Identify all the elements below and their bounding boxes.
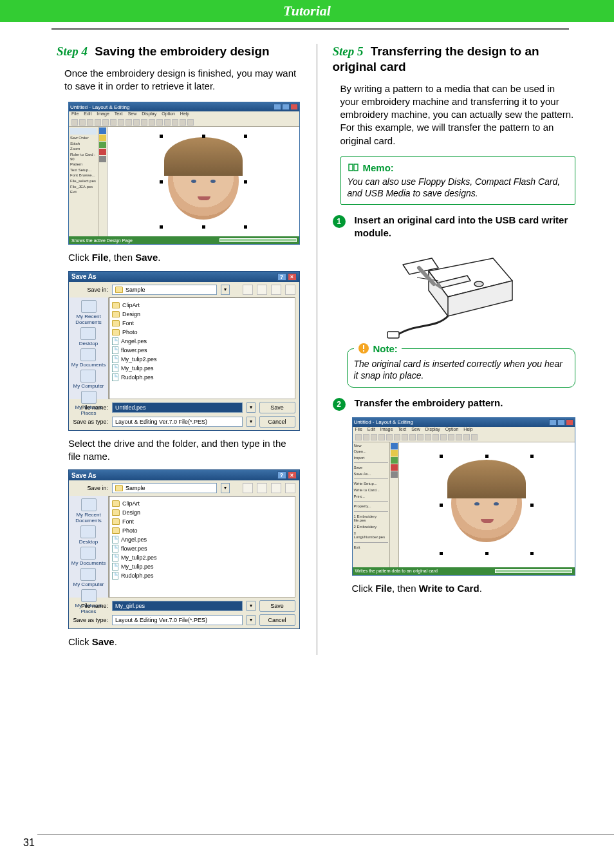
menu-item[interactable]: Option [162,111,175,118]
list-item[interactable]: flower.pes [112,346,292,355]
list-item[interactable]: ClipArt [112,301,292,310]
menu-open-item[interactable]: Import [354,456,388,460]
toolbar-icon[interactable] [417,434,423,440]
filename-input[interactable]: Untitled.pes [112,402,243,413]
close-icon[interactable]: × [288,273,297,281]
side-item[interactable]: Text Setup... [70,168,97,173]
back-icon[interactable] [243,285,253,295]
file-list[interactable]: ClipArt Design Font Photo Angel.pes flow… [109,297,295,399]
toolbar-icon[interactable] [133,119,140,126]
palette-swatch[interactable] [99,142,106,148]
toolbar-icon[interactable] [118,119,124,126]
menu-open-item[interactable]: 3 Lungi/Number.pes [354,531,388,540]
place-network[interactable]: My Network Places [69,391,108,416]
up-icon[interactable] [257,285,267,295]
toolbar-icon[interactable] [110,119,116,126]
file-list[interactable]: ClipArt Design Font Photo Angel.pes flow… [109,496,295,598]
menu-item[interactable]: Display [142,111,156,118]
menu-item[interactable]: Help [180,111,189,118]
list-item[interactable]: Font [112,319,292,328]
selection-handle[interactable] [244,225,247,229]
chevron-down-icon[interactable]: ▾ [247,601,256,611]
palette-swatch[interactable] [99,135,106,141]
toolbar-icon[interactable] [386,434,393,440]
selection-handle[interactable] [244,180,247,184]
selection-handle[interactable] [160,225,163,229]
new-folder-icon[interactable] [271,285,281,295]
palette-swatch[interactable] [99,156,106,162]
toolbar-icon[interactable] [79,119,86,126]
menu-item[interactable]: Sew [128,111,137,118]
side-item[interactable]: File_select.pes [70,179,97,184]
toolbar-icon[interactable] [95,119,101,126]
list-item[interactable]: Angel.pes [112,337,292,346]
minimize-icon[interactable] [549,419,557,426]
chevron-down-icon[interactable]: ▾ [247,615,256,625]
menu-open-item[interactable]: Save As... [354,472,388,476]
menu-open-item[interactable]: Exit [354,545,388,550]
menu-item[interactable]: Image [380,427,393,433]
list-item[interactable]: My_tulip.pes [112,364,292,373]
place-mydocs[interactable]: My Documents [71,547,106,566]
toolbar-icon[interactable] [463,434,470,440]
side-item[interactable]: Sew Order [70,136,97,140]
side-item[interactable]: Stitch [70,142,97,146]
toolbar-icon[interactable] [71,119,78,126]
list-item[interactable]: My_tulip2.pes [112,553,292,562]
toolbar-icon[interactable] [409,434,416,440]
toolbar-icon[interactable] [187,119,194,126]
up-icon[interactable] [257,483,267,493]
palette-swatch[interactable] [391,457,398,464]
selection-handle[interactable] [530,504,534,507]
toolbar-icon[interactable] [141,119,147,126]
cancel-button[interactable]: Cancel [259,416,295,428]
list-item[interactable]: Photo [112,328,292,337]
toolbar-icon[interactable] [126,119,132,126]
menu-item[interactable]: Text [115,111,123,118]
chevron-down-icon[interactable]: ▾ [247,402,256,413]
list-item[interactable]: Design [112,310,292,319]
toolbar-icon[interactable] [394,434,400,440]
toolbar-icon[interactable] [180,119,186,126]
list-item[interactable]: My_tulip.pes [112,562,292,571]
toolbar-icon[interactable] [355,434,362,440]
views-icon[interactable] [285,483,295,493]
list-item[interactable]: My_tulip2.pes [112,355,292,364]
menu-item[interactable]: Edit [84,111,91,118]
menu-item[interactable]: Sew [411,427,420,433]
selection-handle[interactable] [485,552,488,555]
palette-swatch[interactable] [391,471,398,478]
selection-handle[interactable] [440,504,443,507]
menu-open-item[interactable]: 2 Embroidery [354,525,388,529]
close-icon[interactable]: × [288,471,297,479]
toolbar-icon[interactable] [87,119,93,126]
menu-item[interactable]: File [71,111,79,118]
menu-open-item[interactable]: 1 Embroidery file.pes [354,514,388,523]
menu-open-item[interactable]: Write Setup... [354,482,388,486]
list-item[interactable]: Rudolph.pes [112,373,292,382]
chevron-down-icon[interactable]: ▾ [221,483,230,493]
toolbar-icon[interactable] [363,434,369,440]
views-icon[interactable] [285,285,295,295]
toolbar-icon[interactable] [172,119,178,126]
selection-handle[interactable] [202,135,205,138]
menu-open-item[interactable]: Save [354,466,388,470]
toolbar-icon[interactable] [456,434,462,440]
side-item[interactable]: Zoom [70,147,97,151]
app2-canvas[interactable] [399,442,575,567]
menu-item[interactable]: Help [463,427,472,433]
place-network[interactable]: My Network Places [69,589,108,614]
toolbar-icon[interactable] [471,434,478,440]
type-combo[interactable]: Layout & Editing Ver.7.0 File(*.PES) [112,417,243,427]
place-recent[interactable]: My Recent Documents [69,498,108,524]
toolbar-icon[interactable] [371,434,377,440]
place-desktop[interactable]: Desktop [79,525,98,545]
back-icon[interactable] [243,483,253,493]
place-desktop[interactable]: Desktop [79,327,98,346]
toolbar-icon[interactable] [433,434,439,440]
menu-open-item[interactable]: Property... [354,504,388,509]
maximize-icon[interactable] [557,419,565,426]
menu-open-item[interactable]: Write to Card... [354,488,388,493]
toolbar-icon[interactable] [440,434,447,440]
palette-swatch[interactable] [391,464,398,471]
